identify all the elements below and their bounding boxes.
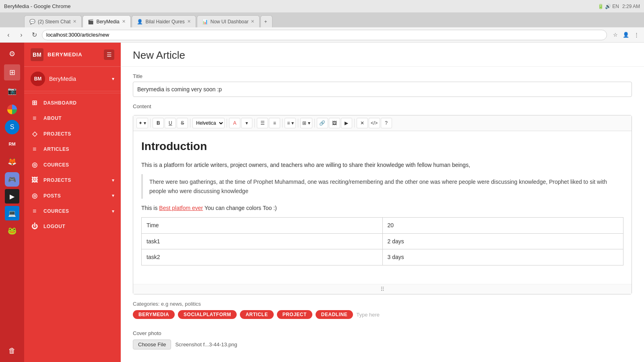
reload-button[interactable]: ↻ [29,30,39,40]
taskbar-icon-chrome[interactable] [4,101,20,117]
taskbar-icon-discord[interactable]: 🎮 [5,172,19,187]
toolbar-sep-5 [282,119,283,128]
taskbar-icon-settings[interactable]: ⚙ [4,46,20,62]
tag-project[interactable]: PROJECT [277,310,312,319]
tag-deadline[interactable]: DEADLINE [316,310,353,319]
profile-icon[interactable]: 👤 [621,31,630,39]
address-bar[interactable] [42,30,607,40]
tab-berymedia[interactable]: 🎬 BeryMedia ✕ [83,15,131,27]
table-cell-time-label: Time [142,218,383,233]
cover-file-area: Choose File Screenshot f...3-44-13.png [133,339,632,350]
toolbar-magic-btn[interactable]: ✦ ▾ [136,118,148,128]
taskbar-icon-terminal[interactable]: ▶ [5,189,19,204]
courses2-arrow-icon: ▾ [112,209,115,214]
sidebar-item-courses[interactable]: ◎ COURCES [24,157,121,173]
toolbar-color-btn[interactable]: A [229,118,240,128]
toolbar-ul-btn[interactable]: ☰ [257,118,268,128]
sidebar-user[interactable]: BM BeryMedia ▾ [24,67,121,91]
toolbar-link-btn[interactable]: 🔗 [317,118,328,128]
sidebar-logo: BM [31,48,43,61]
toolbar-video-btn[interactable]: ▶ [341,118,352,128]
tag-socialplatform[interactable]: SOCIALPLATFORM [178,310,237,319]
tab-nowui[interactable]: 📊 Now UI Dashboar ✕ [197,15,260,27]
tab-steem[interactable]: 💬 (2) Steem Chat ✕ [24,15,82,27]
page-title: New Article [133,49,632,62]
toolbar-sep-1 [150,119,151,128]
sidebar-item-articles[interactable]: ≡ ARTICLES [24,142,121,157]
tab-nowui-favicon: 📊 [202,19,208,25]
sidebar-item-projects[interactable]: ◇ PROJECTS [24,126,121,142]
forward-button[interactable]: › [16,30,27,40]
table-row-2: task2 3 days [142,249,623,265]
tab-berymedia-close[interactable]: ✕ [122,19,126,24]
toolbar-align-btn[interactable]: ≡ ▾ [285,118,296,128]
toolbar-ol-btn[interactable]: ≡ [269,118,280,128]
back-button[interactable]: ‹ [3,30,14,40]
content-label: Content [133,103,632,109]
toolbar-sep-3 [227,119,227,128]
toolbar-underline-btn[interactable]: U [165,118,176,128]
toolbar-help-btn[interactable]: ? [381,118,392,128]
toolbar-bold-btn[interactable]: B [153,118,164,128]
editor-resize-handle[interactable]: ⠿ [133,284,632,294]
system-tray: 🔋 🔊 EN [598,4,619,9]
taskbar-icon-vscode[interactable]: 💻 [5,206,19,220]
tab-steem-close[interactable]: ✕ [73,19,76,24]
tag-input[interactable]: Type here [356,312,380,318]
tab-bilal-label: Bilal Haider Qures [145,19,184,25]
toolbar-fullscreen-btn[interactable]: ✕ [357,118,368,128]
sidebar-item-dashboard[interactable]: ⊞ DASHBOARD [24,95,121,111]
clock: 2:29 AM [622,4,640,9]
articles-icon: ≡ [31,146,39,153]
sidebar-user-arrow-icon: ▾ [112,76,114,82]
app-container: ⚙ ⊞ 📷 S RM 🦊 🎮 ▶ 💻 🐸 🗑 BM BERYMEDIA ☰ BM… [0,43,644,362]
taskbar-icon-firefox[interactable]: 🦊 [4,154,20,170]
editor-colored-line: This is Best platfom ever You can change… [141,204,623,212]
categories-section: Categories: e.g news, politics BERYMEDIA… [121,294,644,325]
dashboard-icon: ⊞ [31,99,39,107]
table-row-0: Time 20 [142,218,623,233]
tab-nowui-close[interactable]: ✕ [251,19,254,24]
sidebar-item-projects2[interactable]: 🖼 PROJECTS ▾ [24,173,121,188]
toolbar-image-btn[interactable]: 🖼 [329,118,340,128]
bookmark-icon[interactable]: ☆ [611,31,620,39]
tags-container: BERYMEDIA SOCIALPLATFORM ARTICLE PROJECT… [133,310,632,319]
browser-tabs: 💬 (2) Steem Chat ✕ 🎬 BeryMedia ✕ 👤 Bilal… [0,13,644,27]
sidebar-toggle-button[interactable]: ☰ [104,49,114,60]
toolbar-table-btn[interactable]: ⊞ ▾ [300,118,312,128]
title-input[interactable] [133,82,632,97]
sidebar-item-projects-label: PROJECTS [43,131,71,137]
sidebar-item-dashboard-label: DASHBOARD [43,100,77,106]
taskbar-icon-mascot[interactable]: 🐸 [4,223,20,239]
taskbar-icon-camera[interactable]: 📷 [4,83,20,99]
choose-file-button[interactable]: Choose File [133,339,171,350]
tab-new[interactable]: + [260,15,272,27]
menu-icon[interactable]: ⋮ [632,31,641,39]
content-label-wrapper: Content [121,103,644,115]
sidebar-item-courses2[interactable]: ≡ COURCES ▾ [24,204,121,219]
tab-bilal[interactable]: 👤 Bilal Haider Qures ✕ [132,15,196,27]
toolbar-sep-6 [298,119,298,128]
sidebar-item-courses2-label: COURCES [43,208,69,214]
toolbar-strike-btn[interactable]: S [177,118,188,128]
toolbar-code-btn[interactable]: </> [369,118,380,128]
sidebar-item-logout[interactable]: ⏻ LOGOUT [24,219,121,234]
taskbar-icon-redapp[interactable]: RM [5,137,19,151]
tag-article[interactable]: ARTICLE [240,310,274,319]
taskbar-icon-trash[interactable]: 🗑 [4,343,20,359]
browser-title: BeryMedia - Google Chrome [4,3,70,9]
taskbar-icon-skype[interactable]: S [5,120,19,134]
tab-bilal-close[interactable]: ✕ [187,19,191,24]
editor-body[interactable]: Introduction This is a platform for arti… [133,131,632,284]
courses-icon: ◎ [31,161,39,169]
toolbar-font-select[interactable]: Helvetica [192,118,225,128]
sidebar-item-posts[interactable]: ◎ POSTS ▾ [24,188,121,204]
toolbar-color-arrow-btn[interactable]: ▾ [241,118,252,128]
sidebar-item-about[interactable]: ≡ ABOUT [24,111,121,126]
tab-berymedia-label: BeryMedia [96,19,119,25]
sidebar-title: BERYMEDIA [47,51,83,58]
tag-berymedia[interactable]: BERYMEDIA [133,310,175,319]
taskbar: ⚙ ⊞ 📷 S RM 🦊 🎮 ▶ 💻 🐸 🗑 [0,43,24,362]
taskbar-icon-windows[interactable]: ⊞ [4,64,20,80]
tab-bilal-favicon: 👤 [137,19,143,25]
